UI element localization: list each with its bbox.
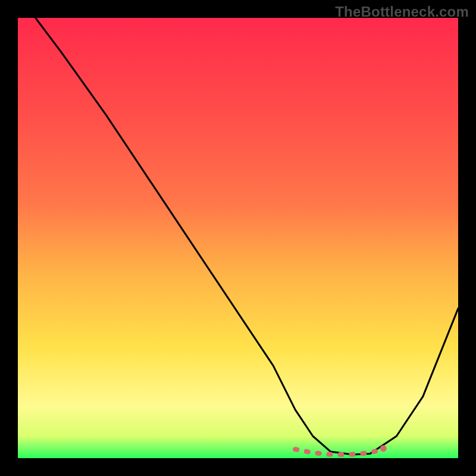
chart-svg [0, 0, 476, 476]
chart-stage: TheBottleneck.com [0, 0, 476, 476]
optimal-zone-end-dot [380, 445, 387, 452]
watermark-text: TheBottleneck.com [335, 4, 469, 20]
